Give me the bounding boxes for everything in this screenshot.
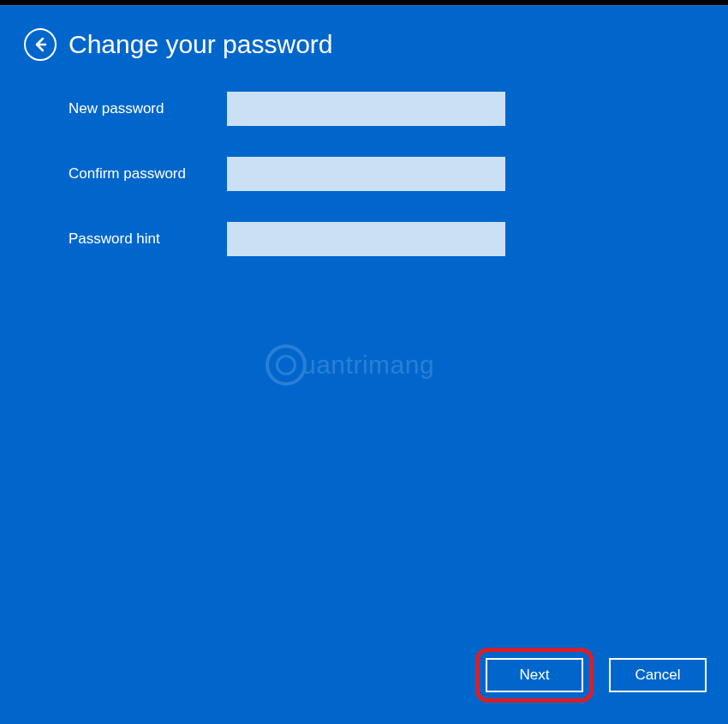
confirm-password-input[interactable]: [227, 157, 505, 191]
password-hint-row: Password hint: [69, 222, 728, 256]
watermark-bulb-icon: [266, 344, 307, 386]
password-hint-label: Password hint: [69, 230, 227, 248]
page-title: Change your password: [69, 30, 333, 59]
confirm-password-label: Confirm password: [69, 165, 227, 182]
new-password-input[interactable]: [227, 92, 505, 126]
header: Change your password: [0, 6, 728, 78]
back-button[interactable]: [24, 28, 57, 61]
new-password-row: New password: [69, 92, 728, 126]
watermark: uantrimang: [266, 344, 434, 386]
arrow-left-icon: [32, 36, 49, 53]
change-password-panel: Change your password New password Confir…: [0, 5, 728, 724]
cancel-button[interactable]: Cancel: [609, 658, 707, 692]
next-button-highlight: Next: [475, 648, 594, 703]
password-hint-input[interactable]: [227, 222, 505, 256]
new-password-label: New password: [69, 100, 227, 117]
footer-buttons: Next Cancel: [475, 648, 707, 703]
confirm-password-row: Confirm password: [69, 157, 728, 191]
watermark-text: uantrimang: [301, 350, 434, 380]
next-button[interactable]: Next: [486, 658, 583, 692]
password-form: New password Confirm password Password h…: [0, 78, 728, 256]
